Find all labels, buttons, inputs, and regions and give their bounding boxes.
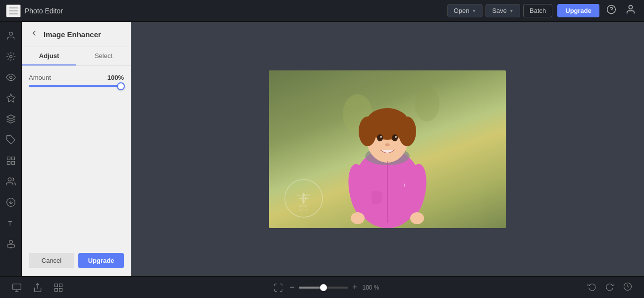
svg-text:PHOTO: PHOTO [299, 205, 308, 208]
sidebar-icon-adjust[interactable] [2, 48, 20, 65]
svg-rect-10 [11, 157, 14, 160]
bottom-left [10, 281, 65, 295]
amount-row: Amount 100% [29, 74, 124, 81]
zoom-thumb [320, 284, 327, 291]
panel-content: Amount 100% [22, 66, 131, 253]
svg-point-24 [359, 117, 376, 146]
amount-value: 100% [107, 74, 124, 81]
fullscreen-icon[interactable] [271, 281, 285, 295]
redo-icon[interactable] [603, 280, 616, 295]
canvas-area: BEFUNKY PHOTO EDITOR [131, 22, 644, 276]
sidebar-icon-grid[interactable] [2, 152, 20, 170]
zoom-slider[interactable] [299, 287, 348, 289]
svg-point-25 [398, 117, 416, 146]
bottom-icon-display[interactable] [10, 281, 24, 295]
save-button[interactable]: Save ▼ [485, 4, 520, 17]
svg-point-2 [629, 5, 632, 9]
bottom-icon-share[interactable] [31, 281, 45, 295]
svg-rect-49 [59, 288, 62, 291]
top-bar: Photo Editor Open ▼ Save ▼ Batch Upgrade [0, 0, 644, 22]
top-bar-left: Photo Editor [6, 4, 442, 17]
amount-label: Amount [29, 74, 51, 81]
top-bar-center: Open ▼ Save ▼ Batch [447, 4, 553, 17]
svg-point-29 [395, 136, 397, 138]
zoom-out-icon[interactable]: − [289, 282, 295, 293]
panel-tabs: Adjust Select [22, 47, 131, 66]
panel-header: Image Enhancer [22, 22, 131, 47]
svg-rect-11 [7, 162, 10, 165]
photo-subject [328, 74, 447, 228]
watermark: BEFUNKY PHOTO EDITOR [284, 179, 323, 218]
svg-point-17 [9, 240, 12, 244]
svg-marker-7 [6, 115, 15, 119]
svg-rect-12 [11, 162, 14, 165]
bottom-center: − + 100 % [271, 281, 379, 295]
bottom-icon-grid[interactable] [52, 281, 65, 295]
sidebar-icon-tag[interactable] [2, 131, 20, 149]
photo-display: BEFUNKY PHOTO EDITOR [269, 70, 506, 228]
open-caret: ▼ [472, 8, 477, 13]
left-sidebar: T [0, 22, 22, 276]
sidebar-icon-text[interactable]: T [2, 214, 20, 232]
bottom-bar: − + 100 % [0, 276, 644, 298]
sidebar-icon-layers[interactable] [2, 110, 20, 128]
svg-text:EDITOR: EDITOR [299, 208, 309, 211]
save-caret: ▼ [509, 8, 514, 13]
main-area: T Image Enhancer Adjust Select Amount 10… [0, 22, 644, 276]
svg-rect-48 [55, 288, 58, 291]
svg-rect-42 [13, 284, 21, 290]
sidebar-icon-view[interactable] [2, 68, 20, 86]
app-title: Photo Editor [25, 7, 63, 15]
bottom-right [586, 280, 634, 295]
svg-point-5 [9, 76, 12, 79]
help-button[interactable] [604, 2, 618, 19]
svg-point-30 [385, 143, 390, 146]
panel-upgrade-button[interactable]: Upgrade [78, 253, 124, 268]
svg-rect-9 [7, 157, 10, 160]
sidebar-icon-user[interactable] [2, 27, 20, 45]
svg-point-4 [9, 56, 12, 58]
sidebar-icon-people[interactable] [2, 173, 20, 190]
svg-marker-6 [6, 94, 15, 102]
slider-fill [29, 85, 124, 87]
panel-title: Image Enhancer [44, 30, 101, 39]
sidebar-icon-effects[interactable] [2, 89, 20, 107]
svg-rect-47 [59, 284, 62, 287]
zoom-percent: 100 % [362, 284, 379, 291]
svg-rect-46 [55, 284, 58, 287]
panel: Image Enhancer Adjust Select Amount 100%… [22, 22, 131, 276]
svg-point-26 [377, 134, 383, 141]
cancel-button[interactable]: Cancel [29, 253, 74, 268]
open-button[interactable]: Open ▼ [447, 4, 483, 17]
slider-thumb [117, 82, 125, 90]
svg-point-3 [9, 32, 12, 36]
upgrade-button[interactable]: Upgrade [557, 4, 599, 17]
tab-select[interactable]: Select [76, 47, 131, 65]
svg-point-34 [351, 212, 365, 224]
svg-point-27 [392, 134, 398, 141]
undo-icon[interactable] [586, 280, 598, 295]
top-bar-right: Upgrade [557, 2, 638, 19]
sidebar-icon-stamp[interactable] [2, 235, 20, 253]
image-container: BEFUNKY PHOTO EDITOR [269, 70, 506, 228]
sidebar-icon-download[interactable] [2, 193, 20, 211]
profile-button[interactable] [623, 2, 638, 19]
svg-text:T: T [8, 220, 12, 227]
svg-point-13 [8, 178, 11, 181]
panel-actions: Cancel Upgrade [22, 253, 131, 276]
zoom-in-icon[interactable]: + [352, 282, 358, 293]
hamburger-menu[interactable] [6, 4, 21, 17]
tab-adjust[interactable]: Adjust [22, 47, 76, 65]
history-icon[interactable] [621, 280, 634, 295]
amount-slider[interactable] [29, 85, 124, 87]
svg-point-19 [415, 87, 439, 121]
batch-button[interactable]: Batch [523, 4, 552, 17]
back-button[interactable] [29, 28, 40, 41]
svg-point-35 [410, 212, 424, 224]
svg-point-28 [380, 136, 382, 138]
